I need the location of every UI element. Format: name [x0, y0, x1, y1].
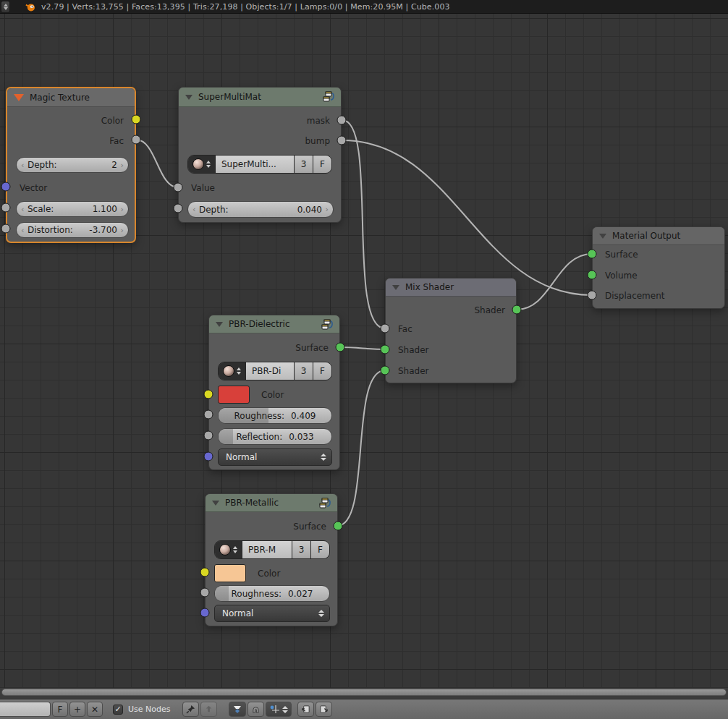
material-selector[interactable]: SuperMulti... 3 F [187, 155, 332, 174]
collapse-triangle-icon[interactable] [185, 95, 192, 100]
node-material-output[interactable]: Material Output Surface Volume Displacem… [592, 226, 725, 309]
supermultimat-bump-output-socket[interactable] [337, 136, 347, 145]
dielectric-roughness-input-socket[interactable] [204, 410, 213, 420]
scale-slider[interactable]: ‹ Scale: 1.100 › [16, 201, 129, 217]
magic-distortion-input-socket[interactable] [1, 224, 11, 234]
material-stepper-icon[interactable] [206, 161, 211, 168]
material-selector[interactable]: PBR-M 3 F [214, 540, 330, 559]
node-group-icon [317, 498, 331, 512]
reflection-slider[interactable]: Reflection: 0.033 [218, 428, 332, 445]
slider-decrease-icon[interactable]: ‹ [192, 202, 195, 217]
material-browse-button[interactable] [219, 362, 245, 380]
material-users-button[interactable]: 3 [294, 362, 313, 380]
material-stepper-icon[interactable] [237, 367, 241, 375]
dielectric-surface-output-socket[interactable] [336, 343, 345, 352]
node-editor-header-toolbar: F + ✕ ✓ Use Nodes [0, 699, 728, 719]
snap-magnet-button[interactable] [247, 702, 264, 717]
depth-slider[interactable]: ‹ Depth: 0.040 › [187, 201, 334, 218]
distortion-slider[interactable]: ‹ Distortion: -3.700 › [16, 222, 129, 238]
material-output-header[interactable]: Material Output [593, 227, 724, 245]
slider-increase-icon[interactable]: › [121, 223, 124, 237]
dielectric-reflection-input-socket[interactable] [204, 431, 213, 441]
go-to-parent-tree-button[interactable] [200, 702, 217, 717]
material-users-button[interactable]: 3 [294, 156, 313, 173]
metallic-color-input-socket[interactable] [200, 568, 210, 577]
snap-target-select[interactable] [266, 702, 292, 717]
fake-user-button[interactable]: F [52, 702, 68, 717]
node-pbr-metallic[interactable]: PBR-Metallic Surface PBR-M 3 F Colo [205, 493, 338, 626]
output-surface-input-socket[interactable] [588, 250, 597, 259]
material-users-button[interactable]: 3 [292, 541, 310, 558]
fake-user-button[interactable]: F [313, 362, 331, 380]
snap-toggle-button[interactable] [229, 702, 246, 717]
pbr-dielectric-header[interactable]: PBR-Dielectric [209, 315, 339, 333]
material-browse-button[interactable] [215, 541, 242, 558]
mix-shader-header[interactable]: Mix Shader [386, 278, 516, 297]
material-name-field[interactable]: PBR-Di [245, 362, 294, 380]
normal-dropdown[interactable]: Normal [218, 448, 332, 466]
depth-slider[interactable]: ‹ Depth: 2 › [16, 157, 129, 173]
paste-nodes-button[interactable] [316, 702, 332, 717]
magic-fac-output-socket[interactable] [132, 135, 141, 145]
normal-dropdown[interactable]: Normal [214, 605, 330, 622]
new-material-button[interactable]: + [69, 702, 85, 717]
output-label-surface: Surface [293, 520, 326, 533]
metallic-surface-output-socket[interactable] [334, 522, 343, 531]
pbr-metallic-header[interactable]: PBR-Metallic [206, 494, 337, 512]
node-pbr-dielectric[interactable]: PBR-Dielectric Surface PBR-Di 3 F C [208, 315, 340, 470]
slider-increase-icon[interactable]: › [121, 158, 124, 172]
slider-decrease-icon[interactable]: ‹ [21, 223, 24, 237]
dropdown-arrows-icon [282, 706, 288, 713]
supermultimat-value-input-socket[interactable] [174, 183, 183, 192]
use-nodes-checkbox[interactable]: ✓ [113, 705, 123, 715]
node-mix-shader[interactable]: Mix Shader Shader Fac Shader Shader [385, 278, 517, 383]
mix-shader1-input-socket[interactable] [381, 345, 390, 354]
metallic-roughness-input-socket[interactable] [200, 588, 210, 597]
copy-nodes-button[interactable] [297, 702, 314, 717]
magic-color-output-socket[interactable] [132, 115, 141, 124]
magic-texture-header[interactable]: Magic Texture [7, 88, 135, 107]
fake-user-button[interactable]: F [313, 156, 331, 173]
collapse-triangle-icon[interactable] [599, 234, 606, 239]
dielectric-color-input-socket[interactable] [204, 390, 213, 399]
magic-vector-input-socket[interactable] [1, 182, 11, 192]
mix-shader-output-socket[interactable] [512, 305, 522, 315]
mix-fac-input-socket[interactable] [381, 324, 390, 333]
slider-increase-icon[interactable]: › [326, 202, 329, 217]
collapse-triangle-icon[interactable] [392, 285, 399, 290]
unlink-material-button[interactable]: ✕ [87, 702, 103, 717]
material-name-field[interactable]: SuperMulti... [215, 156, 294, 173]
metallic-normal-input-socket[interactable] [200, 608, 210, 618]
supermultimat-depth-input-socket[interactable] [174, 204, 183, 213]
slider-value: 0.409 [291, 411, 316, 421]
slider-decrease-icon[interactable]: ‹ [21, 202, 24, 216]
magic-scale-input-socket[interactable] [1, 203, 11, 213]
roughness-slider[interactable]: Roughness: 0.409 [218, 407, 332, 424]
output-volume-input-socket[interactable] [588, 271, 597, 280]
roughness-slider[interactable]: Roughness: 0.027 [214, 585, 330, 602]
pin-button[interactable] [182, 702, 199, 717]
collapse-triangle-icon[interactable] [14, 94, 24, 101]
editor-type-stepper[interactable] [1, 1, 10, 13]
fake-user-button[interactable]: F [310, 541, 329, 558]
blender-logo-icon[interactable] [25, 1, 35, 12]
mix-shader2-input-socket[interactable] [381, 366, 390, 375]
color-swatch[interactable] [214, 564, 246, 582]
color-swatch[interactable] [218, 386, 250, 404]
output-displacement-input-socket[interactable] [588, 291, 597, 300]
node-magic-texture[interactable]: Magic Texture Color Fac ‹ Depth: 2 › Vec… [6, 87, 136, 243]
node-supermultimat[interactable]: SuperMultiMat mask bump SuperMulti... 3 … [178, 87, 342, 223]
material-name-field-cropped[interactable] [0, 702, 51, 717]
material-name-field[interactable]: PBR-M [242, 541, 292, 558]
material-selector[interactable]: PBR-Di 3 F [218, 362, 332, 380]
collapse-triangle-icon[interactable] [212, 501, 219, 506]
dielectric-normal-input-socket[interactable] [204, 452, 213, 461]
supermultimat-mask-output-socket[interactable] [337, 116, 347, 125]
slider-increase-icon[interactable]: › [121, 202, 124, 216]
material-browse-button[interactable] [188, 156, 215, 173]
supermultimat-header[interactable]: SuperMultiMat [179, 88, 341, 107]
slider-decrease-icon[interactable]: ‹ [21, 158, 24, 172]
collapse-triangle-icon[interactable] [216, 322, 223, 327]
horizontal-scrollbar[interactable] [1, 689, 727, 696]
material-stepper-icon[interactable] [233, 546, 237, 553]
